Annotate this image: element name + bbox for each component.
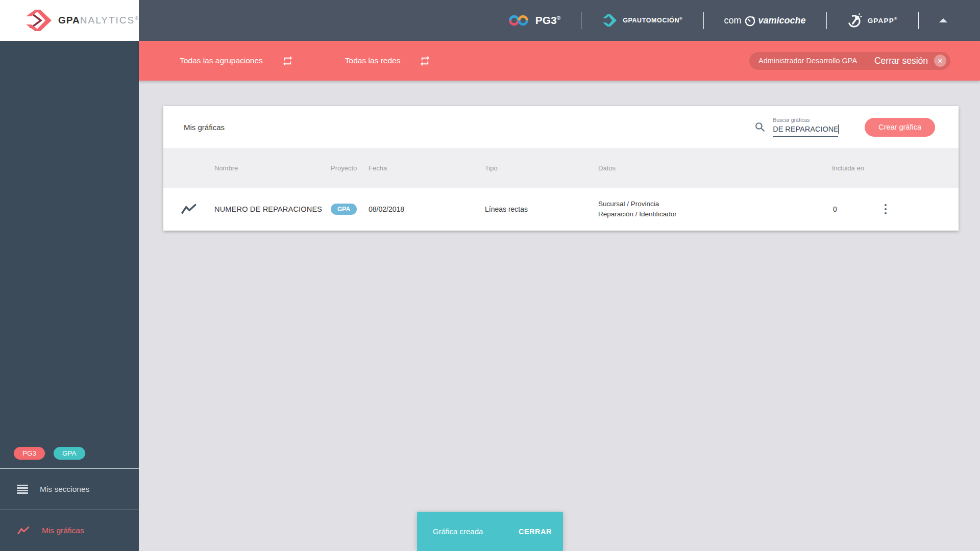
filter-redes-label: Todas las redes xyxy=(345,56,401,65)
sidebar-item-mis-graficas[interactable]: Mis gráficas xyxy=(0,510,139,551)
swap-icon[interactable] xyxy=(282,55,293,67)
create-chart-button[interactable]: Crear gráfica xyxy=(865,118,935,137)
collapse-up-arrow[interactable] xyxy=(939,18,947,22)
user-name: Administrador Desarrollo GPA xyxy=(758,57,857,65)
brand-gpapp-label: GPAPP® xyxy=(868,16,898,24)
gpapp-wrench-icon xyxy=(847,13,862,28)
col-header-incluida: Incluida en xyxy=(832,164,878,172)
snackbar-message: Gráfica creada xyxy=(433,527,483,536)
snackbar: Gráfica creada CERRAR xyxy=(417,512,563,551)
logo-gpa: GPA xyxy=(58,15,80,26)
badge-pg3[interactable]: PG3 xyxy=(14,447,45,460)
sidebar-item-label: Mis gráficas xyxy=(42,526,84,535)
row-data-line1: Sucursal / Provincia xyxy=(598,200,659,208)
registered-mark: ® xyxy=(557,15,560,21)
card-header: Mis gráficas Buscar gráficas Crear gráfi… xyxy=(163,106,959,148)
col-header-nombre: Nombre xyxy=(214,164,331,172)
search-input[interactable] xyxy=(773,124,838,136)
filter-redes[interactable]: Todas las redes xyxy=(345,55,431,67)
row-date: 08/02/2018 xyxy=(369,205,485,213)
gpautomocion-arrow-icon xyxy=(602,13,617,28)
menu-icon xyxy=(17,485,28,494)
chart-line-icon xyxy=(180,203,198,216)
col-header-tipo: Tipo xyxy=(485,164,598,172)
mis-graficas-card: Mis gráficas Buscar gráficas Crear gráfi… xyxy=(163,106,959,231)
topbar: PG3® GPAUTOMOCIÓN® com vamicoche xyxy=(139,0,980,41)
row-data: Sucursal / Provincia Reparación / Identi… xyxy=(598,199,832,220)
logout-button[interactable]: Cerrar sesión ✕ xyxy=(874,55,946,67)
sidebar: GPANALYTICS® PG3 GPA Mis secciones Mis g… xyxy=(0,0,139,551)
brand-comova-pre: com xyxy=(724,15,742,26)
sidebar-item-mis-secciones[interactable]: Mis secciones xyxy=(0,469,139,510)
app-logo: GPANALYTICS® xyxy=(0,0,139,41)
brand-pg3[interactable]: PG3® xyxy=(507,12,560,29)
chart-line-icon xyxy=(17,525,30,536)
topbar-divider xyxy=(918,12,919,29)
registered-mark: ® xyxy=(679,16,683,21)
logout-label: Cerrar sesión xyxy=(874,56,928,66)
brand-pg3-label: PG3® xyxy=(535,14,560,27)
swap-icon[interactable] xyxy=(419,55,431,67)
text-caret xyxy=(838,124,839,134)
badge-gpa[interactable]: GPA xyxy=(54,447,85,460)
sidebar-bottom: PG3 GPA Mis secciones Mis gráficas xyxy=(0,447,139,551)
gpa-arrow-icon xyxy=(24,9,54,32)
row-menu-kebab-icon[interactable] xyxy=(879,201,892,218)
col-header-proyecto: Proyecto xyxy=(331,164,369,172)
row-name: NUMERO DE REPARACIONES xyxy=(214,205,331,213)
search-area: Buscar gráficas Crear gráfica xyxy=(754,117,935,137)
filter-bar: Todas las agrupaciones Todas las redes A… xyxy=(139,41,980,81)
filter-agrupaciones-label: Todas las agrupaciones xyxy=(180,56,263,65)
topbar-divider xyxy=(703,12,704,29)
table-header: Nombre Proyecto Fecha Tipo Datos Incluid… xyxy=(163,148,959,188)
brand-comovamicoche[interactable]: com vamicoche xyxy=(724,15,806,27)
page-title: Mis gráficas xyxy=(184,123,225,132)
col-header-datos: Datos xyxy=(598,164,832,172)
sidebar-badges: PG3 GPA xyxy=(0,447,139,468)
clock-icon xyxy=(744,15,756,27)
col-header-fecha: Fecha xyxy=(369,164,485,172)
search-icon[interactable] xyxy=(754,121,767,134)
brand-comova-post: vamicoche xyxy=(758,15,806,26)
row-project-badge: GPA xyxy=(331,204,357,215)
registered-mark: ® xyxy=(135,16,139,21)
table-row[interactable]: NUMERO DE REPARACIONES GPA 08/02/2018 Lí… xyxy=(163,188,959,231)
row-data-line2: Reparación / Identificador xyxy=(598,210,677,218)
app-root: GPANALYTICS® PG3 GPA Mis secciones Mis g… xyxy=(0,0,980,551)
row-included-count: 0 xyxy=(832,205,878,213)
row-type: Líneas rectas xyxy=(485,205,598,213)
user-session-pill: Administrador Desarrollo GPA Cerrar sesi… xyxy=(749,52,950,70)
logo-nalytics: NALYTICS xyxy=(80,15,135,26)
topbar-divider xyxy=(581,12,581,29)
sidebar-item-label: Mis secciones xyxy=(40,485,89,494)
search-field: Buscar gráficas xyxy=(773,117,838,137)
topbar-divider xyxy=(826,12,827,29)
brand-gpautomocion-label: GPAUTOMOCIÓN® xyxy=(623,16,682,24)
app-logo-text: GPANALYTICS® xyxy=(58,15,139,26)
pg3-infinity-icon xyxy=(507,12,530,29)
registered-mark: ® xyxy=(894,16,898,21)
close-circle-icon: ✕ xyxy=(934,55,946,67)
brand-gpautomocion[interactable]: GPAUTOMOCIÓN® xyxy=(602,13,682,28)
brand-gpapp[interactable]: GPAPP® xyxy=(847,13,898,28)
snackbar-close-button[interactable]: CERRAR xyxy=(513,523,557,540)
filter-agrupaciones[interactable]: Todas las agrupaciones xyxy=(180,55,293,67)
search-field-label: Buscar gráficas xyxy=(773,117,810,123)
